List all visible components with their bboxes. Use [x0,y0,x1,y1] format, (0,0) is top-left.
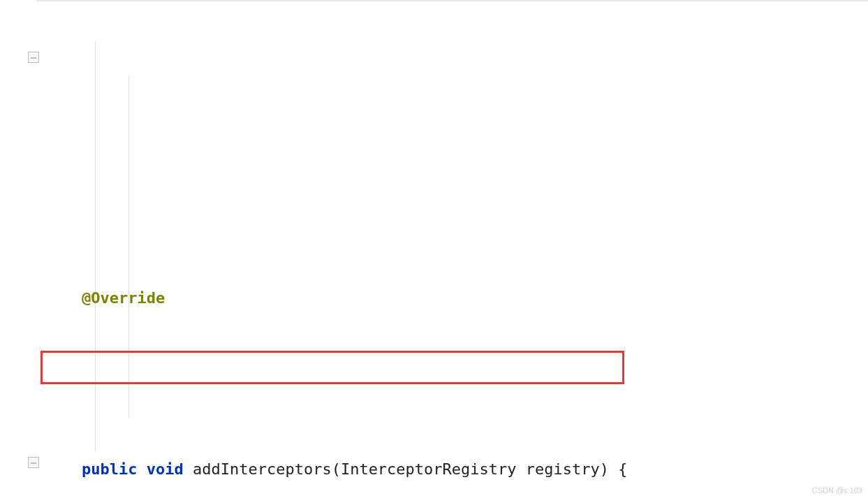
gutter [0,0,36,496]
annotation-token: @Override [82,289,165,307]
indent-guide [95,41,96,452]
indent-guide [128,75,129,418]
keyword-token: public [82,460,137,478]
punct-token: ( [332,460,341,478]
method-name-token: addInterceptors [193,460,332,478]
punct-token: ) { [600,460,628,478]
fold-marker-icon[interactable] [28,457,39,468]
keyword-token: void [147,460,184,478]
code-editor[interactable]: @Override public void addInterceptors(In… [0,0,868,3]
code-line: @Override [45,281,868,315]
watermark: CSDN @s:103 [812,486,862,495]
editor-top-border [36,0,868,1]
code-area[interactable]: @Override public void addInterceptors(In… [45,7,868,496]
fold-marker-icon[interactable] [28,52,39,63]
param-token: registry [526,460,600,478]
type-token: InterceptorRegistry [341,460,517,478]
code-line: public void addInterceptors(InterceptorR… [45,452,868,486]
